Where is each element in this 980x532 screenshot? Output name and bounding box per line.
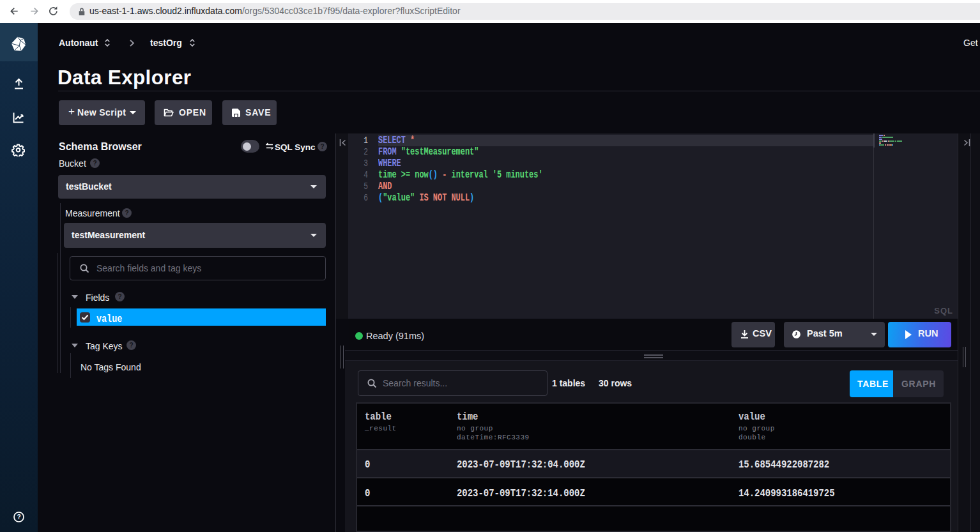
svg-text:?: ? <box>17 513 20 521</box>
